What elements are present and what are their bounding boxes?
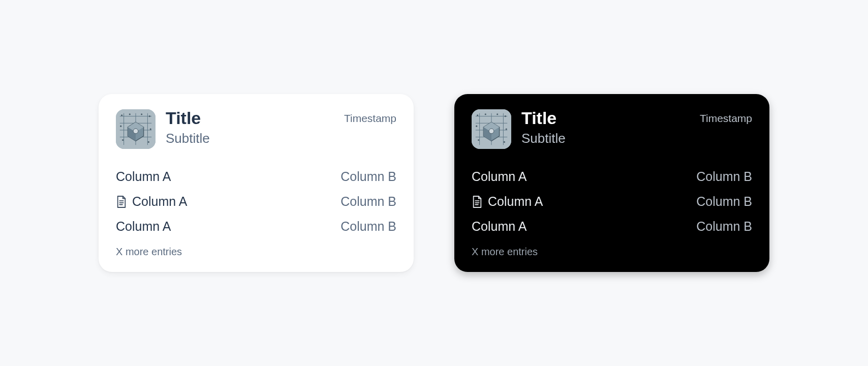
column-a-label: Column A [116, 169, 171, 184]
svg-point-19 [148, 141, 149, 143]
column-a-label: Column A [472, 169, 526, 184]
card-title: Title [166, 109, 334, 128]
svg-point-18 [122, 139, 123, 141]
title-block: Title Subtitle [166, 109, 334, 146]
svg-point-41 [478, 139, 479, 141]
list-item[interactable]: Column A Column B [472, 164, 752, 189]
column-a-label: Column A [132, 194, 187, 209]
list-item[interactable]: Column A Column B [472, 214, 752, 239]
card-light: Title Subtitle Timestamp Column A Column… [99, 94, 414, 272]
avatar [116, 109, 156, 149]
card-header: Title Subtitle Timestamp [472, 109, 752, 149]
document-icon [472, 195, 483, 208]
column-b: Column B [696, 169, 752, 184]
list-item[interactable]: Column A Column B [116, 189, 396, 214]
column-a-label: Column A [116, 219, 171, 234]
svg-point-17 [150, 128, 151, 130]
rows: Column A Column B Column A Column B [116, 164, 396, 239]
card-timestamp: Timestamp [700, 109, 752, 125]
column-a-label: Column A [488, 194, 543, 209]
card-title: Title [521, 109, 690, 128]
svg-point-39 [476, 126, 477, 127]
svg-point-12 [121, 114, 122, 116]
avatar [472, 109, 511, 149]
column-b: Column B [696, 194, 752, 209]
svg-point-35 [477, 114, 478, 116]
card-dark: Title Subtitle Timestamp Column A Column… [454, 94, 769, 272]
svg-point-13 [129, 113, 131, 115]
column-a: Column A [472, 169, 526, 184]
column-a: Column A [116, 219, 171, 234]
svg-point-42 [504, 141, 505, 143]
column-a-label: Column A [472, 219, 526, 234]
list-item[interactable]: Column A Column B [116, 164, 396, 189]
abstract-blueprint-icon [116, 109, 156, 149]
svg-point-40 [506, 128, 507, 130]
column-a: Column A [116, 169, 171, 184]
list-item[interactable]: Column A Column B [116, 214, 396, 239]
more-entries-link[interactable]: X more entries [116, 246, 182, 258]
card-timestamp: Timestamp [344, 109, 396, 125]
abstract-blueprint-icon [472, 109, 511, 149]
svg-point-11 [133, 129, 138, 134]
column-b: Column B [340, 169, 396, 184]
svg-point-38 [505, 115, 506, 117]
column-b: Column B [340, 219, 396, 234]
svg-point-37 [497, 113, 498, 115]
column-a: Column A [116, 194, 187, 209]
document-icon [116, 195, 127, 208]
svg-point-16 [120, 126, 121, 127]
rows: Column A Column B Column A Column B [472, 164, 752, 239]
svg-point-34 [489, 129, 494, 134]
list-item[interactable]: Column A Column B [472, 189, 752, 214]
column-b: Column B [696, 219, 752, 234]
svg-point-15 [149, 115, 150, 117]
column-a: Column A [472, 219, 526, 234]
card-subtitle: Subtitle [166, 131, 334, 146]
column-b: Column B [340, 194, 396, 209]
column-a: Column A [472, 194, 543, 209]
title-block: Title Subtitle [521, 109, 690, 146]
card-header: Title Subtitle Timestamp [116, 109, 396, 149]
card-subtitle: Subtitle [521, 131, 690, 146]
svg-point-14 [141, 113, 142, 115]
more-entries-link[interactable]: X more entries [472, 246, 538, 258]
svg-point-36 [485, 113, 486, 115]
